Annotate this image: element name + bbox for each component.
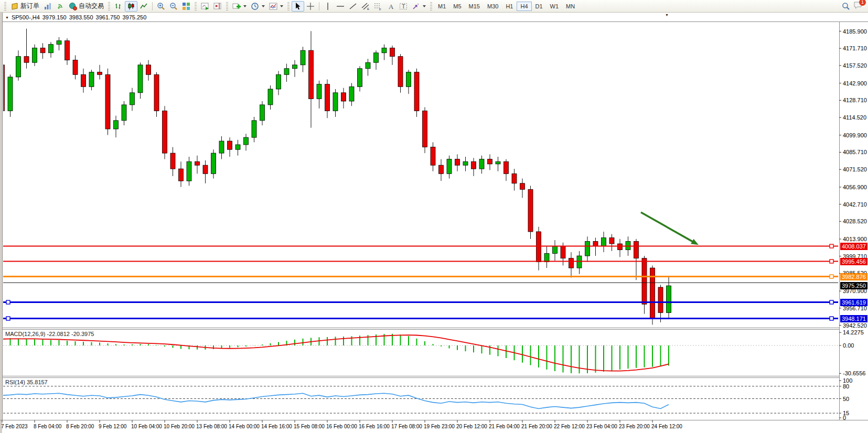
- trendline-button[interactable]: [347, 1, 359, 12]
- candle-body: [276, 74, 281, 89]
- arrows-icon: [412, 2, 420, 10]
- hline-handle[interactable]: [6, 300, 10, 304]
- fibonacci-icon: F: [374, 2, 382, 10]
- candle-body: [252, 121, 256, 137]
- candle-body: [520, 183, 525, 190]
- horizontal-line-button[interactable]: [334, 1, 347, 12]
- candle-body: [105, 74, 110, 129]
- candle-body: [325, 84, 330, 111]
- candle-body: [333, 93, 338, 111]
- candle-body: [16, 57, 21, 77]
- tile-windows-button[interactable]: [180, 1, 192, 12]
- chart-shift-button[interactable]: [211, 1, 224, 12]
- toolbar-drag-handle[interactable]: [287, 2, 290, 10]
- candle-body: [57, 41, 61, 45]
- indicators-button[interactable]: [230, 1, 249, 12]
- new-order-button[interactable]: 新订单: [8, 1, 41, 12]
- candle-body: [244, 137, 249, 145]
- timeframe-w1[interactable]: W1: [546, 2, 563, 11]
- rsi-pane: [2, 386, 838, 413]
- candle-body: [593, 241, 598, 246]
- equidistant-channel-button[interactable]: E: [359, 1, 372, 12]
- candle-body: [114, 121, 119, 129]
- autotrading-button[interactable]: 自动交易: [67, 1, 106, 12]
- candle-body: [585, 241, 590, 256]
- candle-body: [163, 111, 167, 153]
- signals-icon: [56, 2, 65, 10]
- trendline-icon: [349, 2, 357, 10]
- market-watch-icon: [44, 2, 52, 10]
- timeframe-d1[interactable]: D1: [532, 2, 546, 11]
- search-icon[interactable]: [842, 2, 850, 10]
- signals-button[interactable]: [54, 1, 67, 12]
- candlestick-chart-button[interactable]: [125, 1, 137, 12]
- hline-handle[interactable]: [6, 317, 10, 320]
- timeframe-h4[interactable]: H4: [517, 2, 531, 11]
- candle-body: [122, 105, 126, 121]
- crosshair-button[interactable]: [304, 1, 317, 12]
- periods-button[interactable]: [249, 1, 267, 12]
- main-pane: [0, 29, 838, 325]
- text-button[interactable]: A: [384, 1, 397, 12]
- candle-body: [203, 165, 208, 174]
- candle-body: [358, 69, 362, 87]
- chat-button[interactable]: 1: [853, 1, 863, 12]
- new-order-label: 新订单: [20, 2, 39, 10]
- candle-body: [479, 159, 484, 169]
- templates-button[interactable]: [267, 1, 285, 12]
- candle-body: [228, 141, 232, 149]
- candle-body: [658, 287, 663, 312]
- candle-body: [98, 72, 102, 75]
- hline-handle[interactable]: [830, 300, 833, 304]
- candle-body: [8, 77, 13, 111]
- market-watch-button[interactable]: [41, 1, 54, 12]
- candle-body: [488, 159, 492, 164]
- candle-body: [284, 69, 289, 75]
- autotrading-label: 自动交易: [79, 2, 104, 10]
- timeframe-h1[interactable]: H1: [502, 2, 517, 11]
- auto-scroll-button[interactable]: [199, 1, 211, 12]
- hline-handle[interactable]: [830, 259, 833, 263]
- hline-handle[interactable]: [830, 275, 833, 278]
- candle-body: [130, 93, 135, 105]
- arrows-button[interactable]: [410, 1, 428, 12]
- bar-chart-button[interactable]: [112, 1, 125, 12]
- candle-body: [447, 159, 452, 174]
- timeframe-m5[interactable]: M5: [449, 2, 465, 11]
- timeframe-m15[interactable]: M15: [465, 2, 484, 11]
- cursor-button[interactable]: [292, 1, 304, 12]
- timeframe-mn[interactable]: MN: [562, 2, 578, 11]
- fibonacci-button[interactable]: F: [372, 1, 384, 12]
- candle-body: [187, 161, 191, 181]
- vertical-line-button[interactable]: [322, 1, 334, 12]
- timeframe-m1[interactable]: M1: [434, 2, 449, 11]
- candle-body: [569, 258, 574, 268]
- toolbar-drag-handle[interactable]: [195, 2, 197, 10]
- candle-body: [642, 258, 647, 305]
- toolbar-drag-handle[interactable]: [430, 2, 432, 10]
- zoom-in-button[interactable]: [155, 1, 167, 12]
- vertical-line-icon: [324, 2, 332, 10]
- candle-body: [81, 74, 86, 86]
- candle-body: [667, 286, 671, 312]
- svg-text:A: A: [389, 3, 394, 10]
- templates-dropdown-caret: [280, 5, 283, 7]
- zoom-out-button[interactable]: [167, 1, 180, 12]
- toolbar-drag-handle[interactable]: [226, 2, 228, 10]
- new-order-icon: [10, 2, 19, 10]
- toolbar-drag-handle[interactable]: [108, 2, 110, 10]
- trend-arrow-head: [691, 239, 699, 245]
- candle-body: [374, 53, 379, 62]
- toolbar-drag-handle[interactable]: [4, 2, 6, 10]
- candlestick-chart-icon: [127, 2, 135, 10]
- candle-body: [309, 50, 314, 99]
- hline-handle[interactable]: [830, 317, 833, 320]
- text-label-button[interactable]: T: [397, 1, 410, 12]
- candle-body: [49, 45, 53, 53]
- timeframe-m30[interactable]: M30: [484, 2, 502, 11]
- hline-handle[interactable]: [830, 244, 833, 248]
- candle-body: [504, 161, 509, 174]
- candle-body: [463, 161, 468, 165]
- line-chart-button[interactable]: [137, 1, 150, 12]
- candle-body: [89, 72, 94, 87]
